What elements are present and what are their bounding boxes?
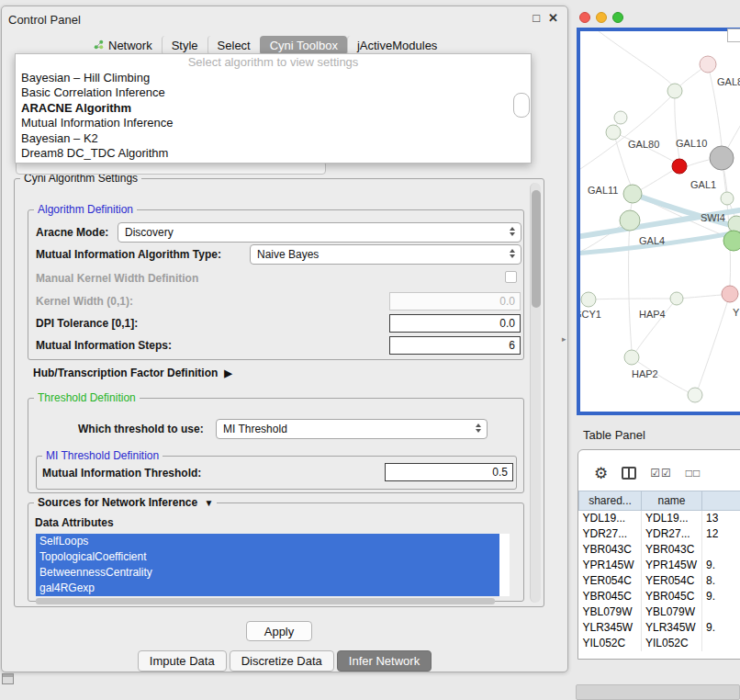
table-row[interactable]: YPR145WYPR145W9.	[579, 558, 740, 573]
table-row[interactable]: YIL052CYIL052C	[579, 636, 740, 651]
table-cell: YBR043C	[642, 542, 702, 558]
control-panel-window: Control Panel □ ✕ NetworkStyleSelectCyni…	[1, 6, 568, 672]
network-view[interactable]: GAL8GAL80GAL10GAL11GAL1SWI4GAL4GCY1HAP4Y…	[577, 28, 740, 415]
network-node[interactable]	[581, 292, 596, 307]
network-node[interactable]	[620, 210, 640, 231]
minimize-traffic-light[interactable]	[596, 12, 607, 23]
algorithm-option-aracne-algorithm[interactable]: ARACNE Algorithm	[16, 101, 531, 117]
table-row[interactable]: YLR345WYLR345W9.	[579, 620, 740, 636]
table-cell	[702, 604, 740, 620]
settings-scrollbar-thumb[interactable]	[532, 190, 541, 308]
tab-cyni-toolbox[interactable]: Cyni Toolbox	[260, 36, 347, 55]
tab-label: Select	[218, 39, 251, 52]
node-label: GAL4	[639, 235, 665, 246]
table-row[interactable]: YER054CYER054C8.	[579, 573, 740, 589]
float-window-icon[interactable]: □	[533, 11, 540, 25]
network-node[interactable]	[688, 388, 702, 402]
network-node[interactable]	[721, 192, 734, 205]
tab-discretize-data[interactable]: Discretize Data	[230, 650, 334, 672]
network-node[interactable]	[728, 216, 740, 232]
tab-style[interactable]: Style	[162, 36, 207, 55]
table-cell: 13	[702, 511, 740, 526]
node-label: GAL8	[717, 76, 740, 87]
combo-arrows-icon	[510, 227, 515, 236]
attribute-item-selfloops[interactable]: SelfLoops	[36, 534, 499, 549]
network-node[interactable]	[667, 84, 682, 98]
table-row[interactable]: YBR043CYBR043C	[579, 542, 740, 558]
close-icon[interactable]: ✕	[548, 11, 558, 25]
network-node[interactable]	[723, 231, 740, 251]
column-header-name[interactable]: name	[642, 491, 702, 511]
network-node[interactable]	[606, 125, 621, 140]
network-node[interactable]	[672, 159, 687, 174]
network-node[interactable]	[614, 111, 627, 124]
gear-icon[interactable]: ⚙	[594, 466, 608, 481]
tab-jactivemodules[interactable]: jActiveModules	[347, 36, 446, 55]
attribute-item-topologicalcoefficient[interactable]: TopologicalCoefficient	[36, 549, 499, 565]
network-node[interactable]	[722, 286, 738, 302]
mi-threshold-field[interactable]	[385, 463, 513, 481]
panel-collapse-arrow[interactable]: ▸	[562, 334, 566, 344]
algorithm-option-basic-correlation-inference[interactable]: Basic Correlation Inference	[16, 85, 531, 101]
kernel-width-field[interactable]	[389, 292, 521, 310]
panel-window-controls: □ ✕	[533, 11, 558, 25]
algorithm-option-bayesian-hill-climbing[interactable]: Bayesian – Hill Climbing	[16, 71, 531, 86]
popup-scrollbar-thumb[interactable]	[513, 93, 530, 118]
tab-network[interactable]: Network	[84, 36, 162, 55]
tab-infer-network[interactable]: Infer Network	[337, 650, 432, 672]
caret-right-icon: ▶	[224, 367, 231, 379]
which-threshold-select[interactable]: MI Threshold	[216, 419, 488, 439]
column-header-extra[interactable]	[702, 491, 740, 511]
network-node[interactable]	[624, 350, 639, 365]
attribute-item-betweennesscentrality[interactable]: BetweennessCentrality	[36, 565, 499, 581]
hub-section-toggle[interactable]: Hub/Transcription Factor Definition ▶	[33, 367, 232, 379]
mi-algorithm-type-select[interactable]: Naive Bayes	[250, 244, 521, 265]
table-cell: YIL052C	[642, 636, 702, 651]
table-cell: 12	[702, 526, 740, 542]
aracne-mode-select[interactable]: Discovery	[118, 222, 521, 243]
table-row[interactable]: YDL19...YDL19...13	[579, 511, 740, 526]
table-row[interactable]: YBL079WYBL079W	[579, 604, 740, 620]
algorithm-option-dream8-dc-tdc-algorithm[interactable]: Dream8 DC_TDC Algorithm	[16, 146, 531, 162]
table-toolbar: ⚙ ☑☑ □□	[578, 450, 740, 491]
dpi-tolerance-field[interactable]	[389, 314, 521, 333]
network-node[interactable]	[623, 185, 642, 203]
table-panel-window: ⚙ ☑☑ □□ shared...name YDL19...YDL19...13…	[577, 449, 740, 660]
deselect-all-icon[interactable]: □□	[686, 467, 701, 480]
tab-impute-data[interactable]: Impute Data	[138, 650, 227, 672]
table-row[interactable]: YDR27...YDR27...12	[579, 526, 740, 542]
sources-title: Sources for Network Inference	[38, 496, 197, 509]
settings-scrollbar[interactable]	[530, 183, 541, 603]
attribute-item-gal4rgexp[interactable]: gal4RGexp	[36, 581, 499, 596]
algorithm-option-mutual-information-inference[interactable]: Mutual Information Inference	[16, 116, 531, 131]
tab-label: jActiveModules	[357, 39, 437, 52]
node-label: Y	[733, 307, 740, 318]
network-node[interactable]	[710, 146, 734, 170]
manual-kernel-checkbox[interactable]	[505, 271, 517, 283]
close-traffic-light[interactable]	[579, 12, 590, 23]
network-node[interactable]	[670, 292, 683, 305]
node-label: GCY1	[580, 309, 601, 320]
zoom-traffic-light[interactable]	[612, 12, 623, 23]
apply-button[interactable]: Apply	[246, 621, 312, 641]
minimized-window-icon[interactable]	[2, 673, 14, 684]
column-header-shared[interactable]: shared...	[579, 491, 642, 511]
mi-type-value: Naive Bayes	[257, 248, 319, 261]
network-node[interactable]	[700, 56, 716, 73]
network-edge	[629, 220, 632, 351]
network-edge	[727, 82, 740, 149]
attributes-hscroll-thumb[interactable]	[36, 598, 495, 604]
select-all-icon[interactable]: ☑☑	[650, 467, 672, 480]
tab-select[interactable]: Select	[207, 36, 260, 55]
sources-section-toggle[interactable]: Sources for Network Inference ▼	[34, 496, 217, 509]
table-row[interactable]: YBR045CYBR045C9.	[579, 589, 740, 604]
algorithm-option-bayesian-k2[interactable]: Bayesian – K2	[16, 131, 531, 147]
mi-steps-field[interactable]	[389, 336, 521, 355]
control-panel-tabs: NetworkStyleSelectCyni ToolboxjActiveMod…	[84, 36, 446, 55]
table-cell: 8.	[702, 573, 740, 589]
network-canvas[interactable]: GAL8GAL80GAL10GAL11GAL1SWI4GAL4GCY1HAP4Y…	[580, 31, 740, 412]
birdseye-toggle[interactable]	[727, 28, 740, 42]
columns-icon[interactable]	[622, 467, 636, 480]
threshold-definition-title: Threshold Definition	[34, 391, 140, 404]
manual-kernel-label: Manual Kernel Width Definition	[36, 272, 198, 285]
